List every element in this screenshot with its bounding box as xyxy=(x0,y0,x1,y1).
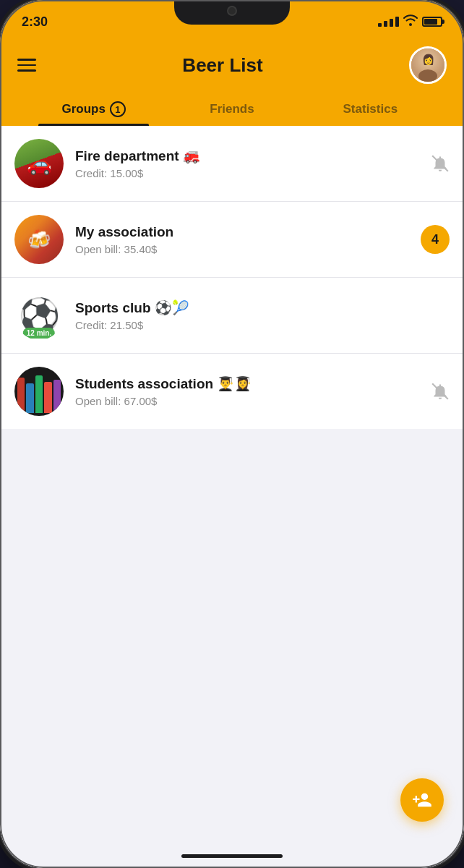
tab-friends-label: Friends xyxy=(210,102,254,116)
group-action-badge: 4 xyxy=(421,225,450,254)
group-sub: Credit: 21.50$ xyxy=(75,319,438,331)
menu-button[interactable] xyxy=(17,59,36,72)
list-item[interactable]: ⚽ 12 min. Sports club ⚽🎾 Credit: 21.50$ xyxy=(0,278,464,354)
tab-groups-badge: 1 xyxy=(110,101,126,117)
add-group-fab[interactable] xyxy=(400,778,444,822)
bell-muted-icon xyxy=(431,154,450,173)
group-name: Sports club ⚽🎾 xyxy=(75,299,438,316)
group-info-students-association: Students association 👨‍🎓👩‍🎓 Open bill: 6… xyxy=(75,375,419,407)
group-action-bell[interactable] xyxy=(431,154,450,173)
group-avatar-sports-club: ⚽ 12 min. xyxy=(14,291,64,340)
tab-groups-label: Groups xyxy=(61,102,105,116)
status-icons xyxy=(378,14,442,29)
page-title: Beer List xyxy=(182,54,262,77)
group-avatar-my-association: 🍻 xyxy=(14,215,64,264)
group-action-bell-muted[interactable] xyxy=(431,382,450,401)
camera xyxy=(227,6,237,16)
group-list: 🚗 Fire department 🚒 Credit: 15.00$ xyxy=(0,126,464,429)
signal-icon xyxy=(378,17,399,27)
app-header: Beer List xyxy=(0,39,464,126)
svg-text:👩: 👩 xyxy=(421,54,434,66)
phone-inner: 2:30 xyxy=(0,0,464,868)
group-name: Students association 👨‍🎓👩‍🎓 xyxy=(75,375,419,392)
group-sub: Open bill: 35.40$ xyxy=(75,243,409,255)
home-bar xyxy=(181,854,283,858)
tab-statistics-label: Statistics xyxy=(343,102,398,116)
time-badge: 12 min. xyxy=(23,328,55,339)
status-time: 2:30 xyxy=(22,14,48,30)
group-sub: Open bill: 67.00$ xyxy=(75,395,419,407)
bell-muted-icon xyxy=(431,382,450,401)
notification-badge: 4 xyxy=(421,225,450,254)
group-name: My association xyxy=(75,224,409,240)
group-info-fire-department: Fire department 🚒 Credit: 15.00$ xyxy=(75,148,419,179)
add-person-icon xyxy=(412,790,432,810)
group-sub: Credit: 15.00$ xyxy=(75,167,419,179)
avatar[interactable]: 👩 xyxy=(409,46,447,84)
home-indicator xyxy=(0,843,464,868)
group-info-my-association: My association Open bill: 35.40$ xyxy=(75,224,409,255)
group-info-sports-club: Sports club ⚽🎾 Credit: 21.50$ xyxy=(75,299,438,331)
tab-groups[interactable]: Groups 1 xyxy=(25,94,163,126)
list-item[interactable]: 🍻 My association Open bill: 35.40$ 4 xyxy=(0,202,464,278)
wifi-icon xyxy=(403,14,418,29)
list-item[interactable]: 🚗 Fire department 🚒 Credit: 15.00$ xyxy=(0,126,464,202)
group-name: Fire department 🚒 xyxy=(75,148,419,164)
battery-icon xyxy=(422,17,442,27)
group-avatar-fire-department: 🚗 xyxy=(14,139,64,188)
tab-statistics[interactable]: Statistics xyxy=(301,94,439,126)
content-area: 🚗 Fire department 🚒 Credit: 15.00$ xyxy=(0,126,464,843)
tabs: Groups 1 Friends Statistics xyxy=(17,94,447,126)
tab-friends[interactable]: Friends xyxy=(163,94,301,126)
list-item[interactable]: Students association 👨‍🎓👩‍🎓 Open bill: 6… xyxy=(0,354,464,429)
group-avatar-students-association xyxy=(14,367,64,416)
phone-frame: 2:30 xyxy=(0,0,464,868)
notch xyxy=(174,0,290,25)
